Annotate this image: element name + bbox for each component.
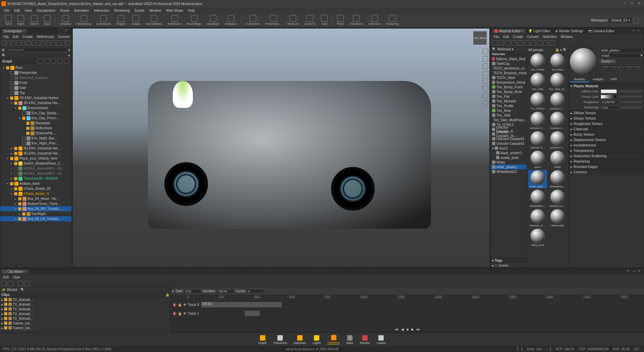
close-icon[interactable]: × [522,29,524,33]
material-thumbnail[interactable]: Tire_Side [528,73,547,91]
tool-ruler[interactable]: Ruler [334,14,346,26]
me-menu-edit[interactable]: Edit [501,35,511,39]
viewport-tool-icon[interactable] [483,49,488,54]
material-thumbnail[interactable]: Winebottle [548,209,567,227]
tree-node[interactable]: ▸Avatar4Torso_Trans… [0,201,71,206]
visibility-checkbox[interactable] [14,177,17,180]
section-diffuse-texture[interactable]: ▸Diffuse Texture [569,110,644,116]
me-menu-file[interactable]: File [492,35,501,39]
property-slider[interactable] [620,106,642,108]
tree-node[interactable]: Reflections [0,126,71,131]
graph-tool-icon[interactable] [64,58,69,64]
search-icon[interactable]: 🔍 [2,53,6,57]
section-subsurface-scattering[interactable]: ▸Subsurface Scattering [569,153,644,159]
visibility-checkbox[interactable] [14,167,17,170]
tool-downscale[interactable]: Downscale [94,14,113,26]
shading-tab-realistic[interactable]: Realistic [571,77,589,82]
visibility-checkbox[interactable] [10,71,13,75]
menu-interaction[interactable]: Interaction [92,8,112,13]
tree-node[interactable]: Backplate [0,121,71,126]
me-menu-create[interactable]: Create [511,35,525,39]
lock-icon[interactable]: 🔒 [178,303,182,307]
tool-sceneplates[interactable]: Sceneplates [143,14,165,26]
cm-menu-edit[interactable]: Edit [1,275,10,279]
clip-enable-checkbox[interactable] [4,298,7,301]
clip-bar[interactable] [245,311,260,316]
visibility-checkbox[interactable] [14,101,17,105]
clip-tool-icon[interactable] [8,281,13,286]
start-input[interactable] [184,289,201,293]
btool-lights[interactable]: Lights [311,335,323,345]
search-icon[interactable]: 🔍 [492,47,496,51]
tool-save[interactable]: Save [42,14,53,26]
panel-dock-icon[interactable]: — [632,269,637,274]
sg-tool-icon[interactable] [66,40,70,46]
visibility-checkbox[interactable] [22,142,25,145]
visibility-checkbox[interactable] [10,91,13,95]
tree-node[interactable]: Side [0,85,71,90]
tree-node[interactable]: Env_Night_Prec… [0,141,71,146]
me-tool-icon[interactable] [543,40,548,46]
preview-type-select[interactable] [599,53,641,58]
tree-node[interactable]: ▸3D-ENV_Industrial-Har… [0,151,71,156]
material-thumbnail[interactable]: Unicolor C… [548,131,567,149]
me-tool-icon[interactable] [518,40,523,46]
menu-rendering[interactable]: Rendering [112,8,131,13]
material-list-item[interactable]: ▾visor1 [491,146,527,150]
visibility-checkbox[interactable] [18,202,21,206]
tool-grid[interactable]: Grid [319,14,330,26]
sg-tool-icon[interactable] [41,40,45,46]
material-name-input[interactable] [599,48,642,53]
sg-tool-icon[interactable] [21,40,25,46]
visibility-checkbox[interactable] [10,157,13,160]
tree-node[interactable]: ▸Ava_04_Head - He… [0,196,71,201]
scenegraph-tab[interactable]: Scenegraph × [2,29,27,33]
panel-dock-icon[interactable]: — [632,29,637,33]
clip-item[interactable]: ▸TV_Animati… [0,307,171,311]
visibility-checkbox[interactable] [22,212,25,216]
cm-menu-view[interactable]: View [11,275,22,279]
tool-region[interactable]: Region [114,14,128,26]
tool-statistics[interactable]: Statistics [222,14,239,26]
timeline-track[interactable]: 🔇🔒👁Track 1 [171,309,644,318]
tree-node[interactable]: ▸3D-ENV_Industrial-Har… [0,146,71,151]
sg-tool-icon[interactable] [46,40,50,46]
material-thumbnail[interactable]: Unicolor C… [528,131,547,149]
sg-tool-icon[interactable] [16,40,20,46]
menu-file[interactable]: File [2,8,11,13]
tree-node[interactable]: ▾Environments [0,105,71,111]
color-swatch[interactable] [601,95,617,99]
sg-tool-icon[interactable] [2,40,6,46]
tree-node[interactable]: ▾zTrans_Avatar_4 [0,191,71,196]
tool-selection[interactable]: Selection [366,14,383,26]
material-list-item[interactable]: black_screen1 [491,150,527,155]
visibility-checkbox[interactable] [14,187,17,190]
material-list-item[interactable]: white_plastic1 [491,165,527,169]
menu-scripts[interactable]: Scripts [132,8,147,13]
material-list-item[interactable]: Tire_Flat [491,94,527,99]
eye-icon[interactable]: 👁 [183,303,186,307]
btool-assets[interactable]: Assets [375,335,388,345]
sg-menu-references[interactable]: References [35,35,55,39]
material-thumbnail[interactable]: white_plast… [528,170,547,188]
sg-menu-create[interactable]: Create [21,35,34,39]
material-list-item[interactable]: TECH_Steel [491,75,527,80]
material-list-item[interactable]: Unicolor Carpaint2 [491,136,527,141]
sg-tool-icon[interactable] [56,40,60,46]
tool-zoom-to[interactable]: Zoom To [302,14,318,26]
tree-node[interactable]: ▸GeoRight [0,211,71,216]
material-list-item[interactable]: Tire_Profile [491,103,527,108]
material-list-item[interactable]: Unicolor Carpaint3 [491,141,527,146]
me-menu-selection[interactable]: Selection [541,35,558,39]
viewport[interactable]: LEFT BACK [72,28,490,267]
graph-tool-icon[interactable] [51,58,56,64]
visibility-checkbox[interactable] [14,162,17,165]
clip-item[interactable]: ▸TV_Animati… [0,297,171,302]
section-rounded-edges[interactable]: ▸Rounded Edges [569,164,644,169]
clip-enable-checkbox[interactable] [4,307,7,311]
material-thumbnail[interactable]: White [548,150,567,169]
me-menu-window[interactable]: Window [559,35,575,39]
material-list-item[interactable]: TankCap [491,61,527,66]
dropdown-icon[interactable]: ▾ [641,53,642,58]
tab-material-editor[interactable]: 🔴Material Editor× [492,29,526,33]
